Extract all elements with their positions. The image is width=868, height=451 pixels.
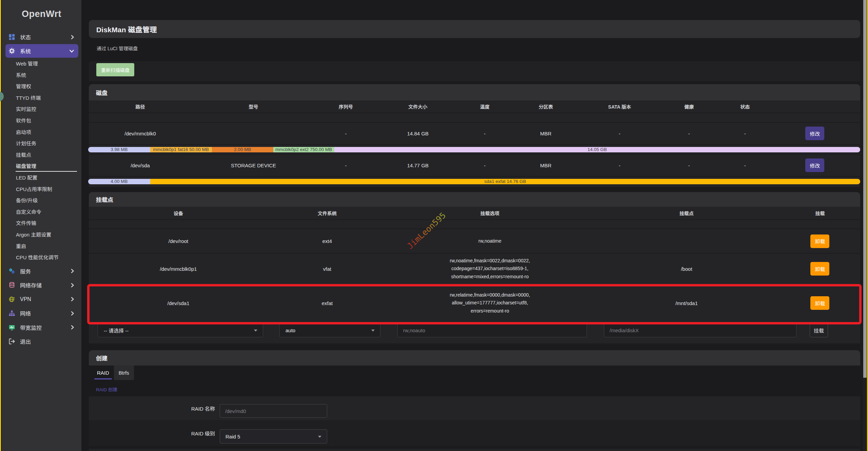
submenu-item-web-admin[interactable]: Web 管理 — [2, 58, 81, 70]
page-scrollbar[interactable] — [863, 0, 867, 451]
submenu-item-mount-points[interactable]: 挂载点 — [2, 149, 81, 161]
modify-button[interactable]: 修改 — [805, 127, 824, 140]
mount-point — [593, 229, 780, 253]
rescan-disks-button[interactable]: 重新扫描磁盘 — [96, 63, 134, 76]
submenu-item-backup-upgrade[interactable]: 备份/升级 — [2, 195, 81, 206]
partition-segment[interactable]: mmcblk0p2 ext2 750.00 MB — [273, 147, 334, 152]
dashboard-icon — [9, 34, 15, 40]
page-title: DiskMan 磁盘管理 — [96, 24, 157, 34]
filesystem-select-value: auto — [285, 327, 295, 333]
create-tabs: RAID Btrfs — [92, 365, 860, 380]
sidebar-item-services[interactable]: 服务 — [5, 264, 78, 278]
column-header-status: 状态 — [721, 100, 770, 113]
sidebar-item-logout[interactable]: 退出 — [5, 335, 78, 348]
submenu-item-system[interactable]: 系统 — [2, 70, 81, 81]
submenu-item-ttyd[interactable]: TTYD 终端 — [2, 92, 81, 104]
raid-name-input[interactable] — [220, 405, 327, 417]
mounts-table-spacer-row — [89, 220, 860, 229]
submenu-item-scheduled-tasks[interactable]: 计划任务 — [2, 138, 81, 149]
partition-segment[interactable]: mmcblk0p1 fat16 50.00 MB — [150, 147, 212, 152]
submenu-item-disk-management[interactable]: 磁盘管理 — [2, 161, 81, 172]
raid-name-input-wrap — [220, 404, 327, 418]
sidebar-item-network-storage[interactable]: 网络存储 — [5, 278, 78, 292]
disk-status: - — [721, 154, 770, 176]
sidebar-item-label: 服务 — [20, 267, 71, 275]
mount-button[interactable]: 挂载 — [810, 323, 828, 337]
raid-name-row: RAID 名称 — [89, 396, 860, 420]
chevron-right-icon — [71, 35, 74, 39]
raid-level-select[interactable]: Raid 5 — [220, 429, 327, 444]
partition-segment[interactable]: 14.05 GB — [334, 147, 860, 152]
network-icon — [9, 310, 15, 316]
submenu-item-reboot[interactable]: 重启 — [2, 241, 81, 252]
sidebar-item-bandwidth-monitor[interactable]: 带宽监控 — [5, 321, 78, 334]
disk-health: - — [658, 123, 721, 144]
submenu-item-file-transfer[interactable]: 文件传输 — [2, 218, 81, 229]
submenu-item-cpu-limit[interactable]: CPU占用率限制 — [2, 184, 81, 195]
mount-point: /boot — [593, 253, 780, 284]
mount-options: rw,noatime,fmask=0022,dmask=0022,codepag… — [450, 257, 530, 281]
submenu-item-realtime-monitor[interactable]: 实时监控 — [2, 104, 81, 115]
sidebar-item-label: 带宽监控 — [20, 323, 71, 332]
partition-segment[interactable]: 2.00 MB — [212, 147, 273, 152]
column-header-path: 路径 — [89, 100, 192, 113]
disk-path: /dev/sda — [89, 154, 192, 176]
disk-temp: - — [459, 154, 510, 176]
caret-down-icon — [371, 330, 375, 332]
sidebar-item-label: 退出 — [20, 337, 78, 345]
mounts-section: 挂载点 设备 文件系统 挂载选项 挂载点 挂载 /dev/root ext4 r… — [89, 192, 860, 343]
submenu-item-admin-rights[interactable]: 管理权 — [2, 81, 81, 92]
disks-section: 磁盘 路径 型号 序列号 文件大小 温度 分区表 SATA 版本 健康 状态 /… — [89, 84, 860, 187]
chevron-right-icon — [71, 325, 74, 330]
unmount-button[interactable]: 卸载 — [810, 262, 829, 276]
partition-segment[interactable]: sda1 exfat 14.76 GB — [150, 179, 860, 184]
chevron-right-icon — [71, 311, 74, 316]
tab-raid[interactable]: RAID — [92, 365, 114, 380]
partition-segment[interactable]: 4.00 MB — [88, 179, 150, 184]
scrollbar-thumb[interactable] — [863, 0, 867, 378]
raid-level-row: RAID 级别 Raid 5 — [89, 420, 860, 446]
mount-filesystem: vfat — [268, 253, 387, 284]
sidebar-item-label: VPN — [20, 296, 71, 302]
mounts-section-title: 挂载点 — [96, 195, 113, 204]
sidebar-item-system[interactable]: 系统 — [5, 44, 78, 58]
column-header-temp: 温度 — [459, 100, 510, 113]
tab-btrfs[interactable]: Btrfs — [114, 365, 134, 380]
submenu-item-startup[interactable]: 启动项 — [2, 127, 81, 138]
caret-down-icon — [318, 436, 321, 438]
database-icon — [9, 282, 15, 288]
sidebar-item-label: 状态 — [20, 33, 71, 41]
unmount-button[interactable]: 卸载 — [810, 234, 829, 248]
mount-options-input[interactable] — [398, 323, 587, 337]
disk-size: 14.84 GB — [376, 123, 459, 144]
submenu-item-custom-commands[interactable]: 自定义命令 — [2, 206, 81, 218]
monitor-icon — [9, 324, 15, 331]
column-header-filesystem: 文件系统 — [268, 207, 387, 220]
mount-device: /dev/sda1 — [89, 284, 268, 322]
sidebar-item-status[interactable]: 状态 — [5, 30, 78, 44]
submenu-item-packages[interactable]: 软件包 — [2, 115, 81, 127]
column-header-health: 健康 — [658, 100, 721, 113]
partition-segment[interactable]: 3.98 MB — [88, 147, 150, 152]
sidebar-item-network[interactable]: 网络 — [5, 306, 78, 320]
mount-filesystem: ext4 — [268, 229, 387, 253]
mount-device: /dev/mmcblk0p1 — [89, 253, 268, 284]
mounts-table-header: 设备 文件系统 挂载选项 挂载点 挂载 — [89, 207, 860, 220]
sidebar-item-vpn[interactable]: VPN — [5, 293, 78, 306]
unmount-button[interactable]: 卸载 — [810, 296, 829, 310]
submenu-item-led-config[interactable]: LED 配置 — [2, 172, 81, 184]
mount-point-input[interactable] — [604, 323, 796, 337]
submenu-item-argon-theme[interactable]: Argon 主题设置 — [2, 229, 81, 241]
filesystem-select[interactable]: auto — [279, 323, 380, 337]
disk-temp: - — [459, 123, 510, 144]
disk-path: /dev/mmcblk0 — [89, 123, 192, 144]
sidebar-item-label: 网络 — [20, 309, 71, 317]
submenu-item-cpu-tuning[interactable]: CPU 性能优化调节 — [2, 252, 81, 263]
device-select[interactable]: -- 请选择 -- — [98, 323, 263, 337]
logout-icon — [9, 338, 15, 344]
column-header-action — [770, 100, 860, 113]
sidebar-nav: 状态 系统 Web 管理 系统 管理权 TTYD 终端 实时监控 软件包 启动项… — [2, 30, 81, 348]
mount-form-row: -- 请选择 -- auto 挂载 — [89, 322, 860, 343]
disks-table-spacer-row — [89, 113, 860, 123]
modify-button[interactable]: 修改 — [805, 158, 824, 172]
